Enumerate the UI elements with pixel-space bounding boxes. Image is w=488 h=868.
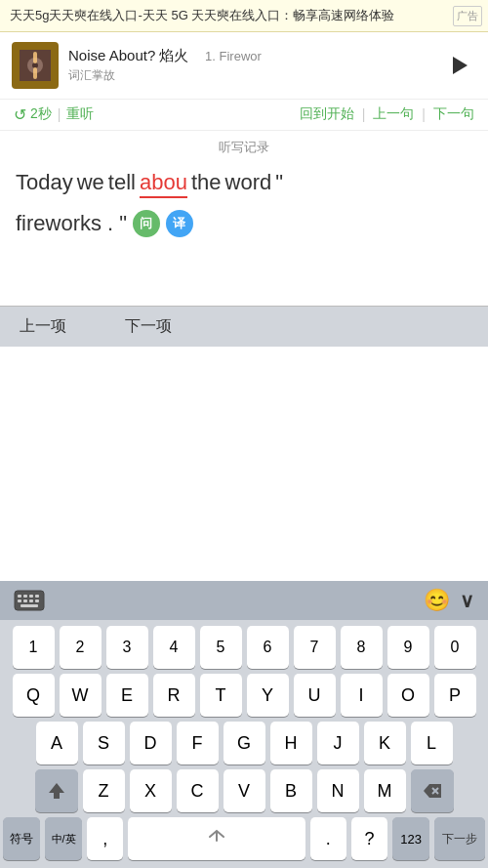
key-2[interactable]: 2	[60, 626, 102, 669]
replay-seconds[interactable]: 2秒	[30, 105, 52, 123]
key-d[interactable]: D	[130, 722, 172, 765]
key-q[interactable]: Q	[13, 674, 55, 717]
key-m[interactable]: M	[364, 769, 406, 812]
space-key[interactable]	[128, 817, 305, 860]
keyboard-section: 😊 ∨ 1 2 3 4 5 6 7 8 9 0 Q W E R T Y U I	[0, 581, 488, 868]
delete-key[interactable]	[411, 769, 454, 812]
replay-button[interactable]: 重听	[66, 105, 94, 123]
keyboard-toolbar: 😊 ∨	[0, 581, 488, 620]
key-3[interactable]: 3	[106, 626, 148, 669]
quote-close: "	[119, 211, 127, 236]
shift-key[interactable]	[35, 769, 78, 812]
key-8[interactable]: 8	[341, 626, 383, 669]
number-row: 1 2 3 4 5 6 7 8 9 0	[3, 626, 485, 669]
key-4[interactable]: 4	[153, 626, 195, 669]
key-h[interactable]: H	[270, 722, 312, 765]
svg-rect-10	[35, 595, 39, 598]
svg-rect-11	[18, 599, 21, 602]
play-button[interactable]	[441, 48, 476, 83]
next-item-button[interactable]: 下一项	[125, 316, 172, 337]
track-details: Noise About? 焰火 1. Firewor 词汇掌故	[68, 47, 441, 84]
word-today: Today	[16, 170, 73, 195]
key-y[interactable]: Y	[247, 674, 289, 717]
key-o[interactable]: O	[387, 674, 429, 717]
emoji-button[interactable]: 😊	[424, 588, 450, 613]
key-i[interactable]: I	[341, 674, 383, 717]
key-question[interactable]: ?	[351, 817, 387, 860]
fireworks-word: fireworks	[16, 211, 102, 236]
key-f[interactable]: F	[177, 722, 219, 765]
next-sentence-button[interactable]: 下一句	[433, 105, 474, 123]
track-name: Noise About? 焰火 1. Firewor	[68, 47, 441, 65]
key-7[interactable]: 7	[294, 626, 336, 669]
key-5[interactable]: 5	[200, 626, 242, 669]
lang-key[interactable]: 中/英	[45, 817, 82, 860]
key-n[interactable]: N	[317, 769, 359, 812]
number-switch-key[interactable]: 123	[392, 817, 429, 860]
key-v[interactable]: V	[224, 769, 265, 812]
album-art	[12, 42, 59, 89]
keyboard-icon[interactable]	[14, 587, 45, 614]
svg-rect-12	[23, 599, 27, 602]
row-zxcvbnm: Z X C V B N M	[3, 769, 485, 812]
replay-icon: ↺	[14, 105, 26, 124]
prev-sentence-button[interactable]: 上一句	[373, 105, 414, 123]
ad-text: 天天5g天天奭在线入口-天天 5G 天天奭在线入口：畅享高速网络体验	[10, 8, 394, 22]
controls-bar: ↺ 2秒 | 重听 回到开始 | 上一句 | 下一句	[0, 100, 488, 131]
prev-next-bar: 上一项 下一项	[0, 306, 488, 347]
key-c[interactable]: C	[177, 769, 219, 812]
key-period[interactable]: .	[310, 817, 346, 860]
key-1[interactable]: 1	[13, 626, 55, 669]
chevron-down-button[interactable]: ∨	[460, 589, 474, 612]
ad-banner: 天天5g天天奭在线入口-天天 5G 天天奭在线入口：畅享高速网络体验 广告	[0, 0, 488, 32]
svg-rect-9	[29, 595, 33, 598]
word-quote-open: "	[275, 170, 283, 195]
key-0[interactable]: 0	[434, 626, 476, 669]
key-j[interactable]: J	[317, 722, 359, 765]
prev-item-button[interactable]: 上一项	[20, 316, 66, 337]
keyboard: 1 2 3 4 5 6 7 8 9 0 Q W E R T Y U I O P …	[0, 620, 488, 868]
key-9[interactable]: 9	[387, 626, 429, 669]
key-u[interactable]: U	[294, 674, 336, 717]
key-s[interactable]: S	[83, 722, 125, 765]
key-z[interactable]: Z	[83, 769, 125, 812]
question-button[interactable]: 问	[133, 210, 160, 237]
key-g[interactable]: G	[224, 722, 265, 765]
svg-rect-14	[35, 599, 39, 602]
key-x[interactable]: X	[130, 769, 172, 812]
keyboard-tool-left	[14, 587, 45, 614]
keyboard-tool-right: 😊 ∨	[424, 588, 474, 613]
key-r[interactable]: R	[153, 674, 195, 717]
word-we: we	[77, 170, 104, 195]
key-e[interactable]: E	[106, 674, 148, 717]
key-t[interactable]: T	[200, 674, 242, 717]
key-w[interactable]: W	[60, 674, 102, 717]
svg-marker-5	[453, 57, 468, 74]
word-abou: abou	[140, 170, 187, 198]
dictation-header: 听写记录	[0, 131, 488, 160]
svg-rect-7	[18, 595, 21, 598]
word-the: the	[191, 170, 222, 195]
key-a[interactable]: A	[36, 722, 78, 765]
svg-rect-8	[23, 595, 27, 598]
svg-rect-4	[33, 67, 37, 79]
symbol-key[interactable]: 符号	[3, 817, 40, 860]
svg-rect-3	[33, 52, 37, 63]
key-k[interactable]: K	[364, 722, 406, 765]
row-bottom: 符号 中/英 , . ? 123 下一步	[3, 817, 485, 860]
key-comma[interactable]: ,	[87, 817, 123, 860]
key-6[interactable]: 6	[247, 626, 289, 669]
fireworks-line: fireworks . " 问 译	[0, 204, 488, 247]
next-step-key[interactable]: 下一步	[434, 817, 485, 860]
translate-button[interactable]: 译	[166, 210, 193, 237]
back-start-button[interactable]: 回到开始	[300, 105, 354, 123]
svg-rect-15	[20, 604, 38, 607]
svg-rect-13	[29, 599, 33, 602]
key-l[interactable]: L	[411, 722, 453, 765]
key-b[interactable]: B	[270, 769, 312, 812]
ad-label: 广告	[453, 6, 482, 26]
key-p[interactable]: P	[434, 674, 476, 717]
track-info: Noise About? 焰火 1. Firewor 词汇掌故	[0, 32, 488, 100]
row-qwertyuiop: Q W E R T Y U I O P	[3, 674, 485, 717]
sentence-controls: 回到开始 | 上一句 | 下一句	[300, 105, 474, 123]
